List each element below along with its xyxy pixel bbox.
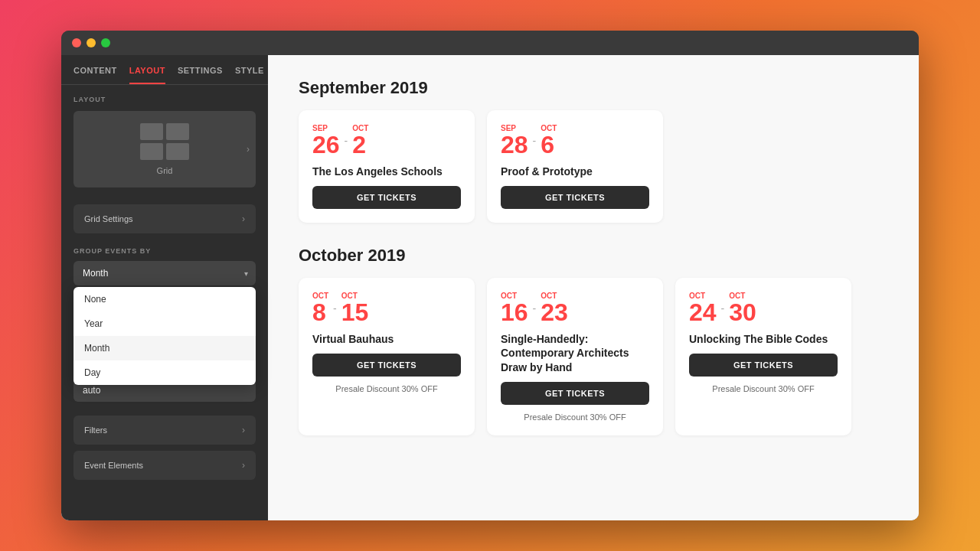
- close-dot[interactable]: [72, 38, 81, 47]
- event-date-range-1: SEP 26 - OCT 2: [312, 124, 461, 157]
- sidebar: CONTENT LAYOUT SETTINGS STYLE LAYOUT Gri…: [61, 55, 268, 520]
- start-day-3: 8: [312, 300, 326, 324]
- event-card-5: OCT 24 - OCT 30 Unlocking The Bible Code…: [675, 278, 851, 435]
- event-elements-chevron-icon: ›: [242, 460, 245, 471]
- event-elements-accordion[interactable]: Event Elements ›: [74, 451, 256, 480]
- filters-label: Filters: [84, 425, 107, 435]
- group-by-dropdown-wrapper: Month ▾ None Year Month Day: [74, 261, 256, 285]
- events-grid-october: OCT 8 - OCT 15 Virtual Bauhaus GET TICKE…: [299, 278, 888, 435]
- dropdown-option-none[interactable]: None: [74, 287, 256, 311]
- get-tickets-button-1[interactable]: GET TICKETS: [312, 186, 461, 209]
- tab-content[interactable]: CONTENT: [74, 66, 117, 84]
- grid-preview-icon: [140, 123, 189, 160]
- start-day-5: 24: [689, 300, 717, 324]
- get-tickets-button-5[interactable]: GET TICKETS: [689, 354, 838, 377]
- expand-dot[interactable]: [101, 38, 110, 47]
- end-date-4: OCT 23: [541, 292, 568, 324]
- app-window: CONTENT LAYOUT SETTINGS STYLE LAYOUT Gri…: [61, 31, 919, 520]
- layout-section-label: LAYOUT: [74, 96, 256, 103]
- layout-name-label: Grid: [157, 166, 173, 175]
- get-tickets-button-3[interactable]: GET TICKETS: [312, 354, 461, 377]
- start-date-1: SEP 26: [312, 124, 340, 157]
- date-sep-5: -: [721, 302, 725, 315]
- dropdown-menu: None Year Month Day: [74, 287, 256, 385]
- month-section-september: September 2019 SEP 26 - OCT 2: [299, 78, 888, 223]
- grid-cell-3: [140, 143, 163, 160]
- get-tickets-button-2[interactable]: GET TICKETS: [501, 186, 649, 209]
- filters-accordion[interactable]: Filters ›: [74, 416, 256, 445]
- event-title-2: Proof & Prototype: [501, 165, 649, 178]
- event-card-2: SEP 28 - OCT 6 Proof & Prototype GET TIC…: [487, 110, 663, 223]
- grid-settings-label: Grid Settings: [84, 214, 133, 223]
- month-title-october: October 2019: [299, 246, 888, 266]
- start-date-4: OCT 16: [501, 292, 528, 324]
- main-content: September 2019 SEP 26 - OCT 2: [268, 55, 919, 520]
- event-title-1: The Los Angeles Schools: [312, 165, 461, 178]
- filters-chevron-icon: ›: [242, 425, 245, 435]
- tab-style[interactable]: STYLE: [235, 66, 264, 84]
- tab-layout[interactable]: LAYOUT: [129, 66, 165, 84]
- start-date-3: OCT 8: [312, 292, 328, 324]
- presale-text-4: Presale Discount 30% OFF: [501, 412, 649, 422]
- end-date-1: OCT 2: [352, 124, 368, 157]
- grid-cell-2: [166, 123, 189, 140]
- event-elements-label: Event Elements: [84, 461, 143, 470]
- event-date-range-4: OCT 16 - OCT 23: [501, 292, 649, 324]
- grid-cell-1: [140, 123, 163, 140]
- grid-cell-4: [166, 143, 189, 160]
- month-title-september: September 2019: [299, 78, 888, 98]
- minimize-dot[interactable]: [87, 38, 96, 47]
- start-date-5: OCT 24: [689, 292, 717, 324]
- event-title-3: Virtual Bauhaus: [312, 332, 461, 346]
- window-body: CONTENT LAYOUT SETTINGS STYLE LAYOUT Gri…: [61, 55, 919, 520]
- start-day-2: 28: [501, 132, 528, 157]
- sidebar-tabs: CONTENT LAYOUT SETTINGS STYLE: [61, 55, 268, 85]
- dropdown-option-day[interactable]: Day: [74, 360, 256, 385]
- events-grid-september: SEP 26 - OCT 2 The Los Angeles Schools G…: [299, 110, 888, 223]
- start-date-2: SEP 28: [501, 124, 528, 157]
- presale-text-5: Presale Discount 30% OFF: [689, 384, 838, 393]
- end-day-4: 23: [541, 300, 568, 324]
- end-date-2: OCT 6: [541, 124, 557, 157]
- dropdown-option-month[interactable]: Month: [74, 336, 256, 360]
- end-day-3: 15: [341, 300, 369, 324]
- end-day-1: 2: [352, 132, 366, 157]
- end-day-2: 6: [541, 132, 554, 157]
- group-events-section: GROUP EVENTS BY Month ▾ None Year Month …: [61, 240, 268, 293]
- layout-chevron-icon: ›: [247, 144, 250, 155]
- date-sep-1: -: [345, 135, 348, 147]
- title-bar: [61, 31, 919, 55]
- event-date-range-5: OCT 24 - OCT 30: [689, 292, 838, 324]
- event-card-3: OCT 8 - OCT 15 Virtual Bauhaus GET TICKE…: [299, 278, 475, 435]
- date-sep-2: -: [533, 135, 537, 147]
- end-day-5: 30: [729, 300, 756, 324]
- event-card-1: SEP 26 - OCT 2 The Los Angeles Schools G…: [299, 110, 475, 223]
- group-events-label: GROUP EVENTS BY: [74, 247, 256, 255]
- start-day-4: 16: [501, 300, 528, 324]
- event-date-range-3: OCT 8 - OCT 15: [312, 292, 461, 324]
- end-date-3: OCT 15: [341, 292, 369, 324]
- get-tickets-button-4[interactable]: GET TICKETS: [501, 382, 649, 405]
- dropdown-option-year[interactable]: Year: [74, 311, 256, 336]
- group-by-dropdown[interactable]: Month: [74, 261, 256, 285]
- start-day-1: 26: [312, 132, 340, 157]
- month-section-october: October 2019 OCT 8 - OCT 15: [299, 246, 888, 435]
- event-title-5: Unlocking The Bible Codes: [689, 332, 838, 346]
- date-sep-4: -: [533, 302, 537, 315]
- layout-preview[interactable]: Grid ›: [74, 111, 256, 187]
- presale-text-3: Presale Discount 30% OFF: [312, 384, 461, 393]
- date-sep-3: -: [333, 302, 337, 315]
- event-title-4: Single-Handedly: Contemporary Architects…: [501, 332, 649, 374]
- event-card-4: OCT 16 - OCT 23 Single-Handedly: Contemp…: [487, 278, 663, 435]
- tab-settings[interactable]: SETTINGS: [178, 66, 223, 84]
- layout-section: LAYOUT Grid ›: [61, 85, 268, 204]
- grid-settings-chevron-icon: ›: [242, 214, 245, 224]
- event-date-range-2: SEP 28 - OCT 6: [501, 124, 649, 157]
- end-date-5: OCT 30: [729, 292, 756, 324]
- grid-settings-accordion[interactable]: Grid Settings ›: [74, 204, 256, 233]
